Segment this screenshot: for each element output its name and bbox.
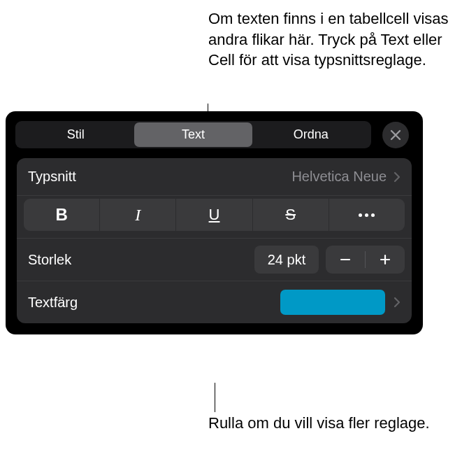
tab-bar: Stil Text Ordna	[10, 115, 419, 154]
font-label: Typsnitt	[28, 169, 76, 185]
tab-stil[interactable]: Stil	[17, 122, 134, 147]
chevron-right-icon	[394, 297, 401, 308]
bold-icon: B	[55, 205, 67, 225]
plus-icon	[379, 253, 391, 266]
callout-leader-line-bottom	[215, 383, 215, 412]
strikethrough-icon: S	[285, 206, 296, 224]
text-controls-panel: Typsnitt Helvetica Neue B I U S	[17, 158, 412, 323]
size-label: Storlek	[28, 252, 71, 268]
italic-icon: I	[135, 206, 140, 225]
chevron-right-icon	[394, 171, 401, 183]
text-color-row[interactable]: Textfärg	[17, 281, 412, 323]
bold-button[interactable]: B	[24, 199, 100, 231]
text-style-row: B I U S	[17, 196, 412, 239]
text-color-label: Textfärg	[28, 295, 78, 311]
size-increase-button[interactable]	[366, 246, 405, 274]
size-decrease-button[interactable]	[326, 246, 365, 274]
italic-button[interactable]: I	[100, 199, 176, 231]
format-panel: Stil Text Ordna Typsnitt Helvetica Neue …	[6, 111, 423, 334]
callout-bottom-text: Rulla om du vill visa fler reglage.	[208, 413, 432, 434]
text-color-swatch[interactable]	[280, 290, 385, 315]
more-icon	[359, 213, 375, 217]
callout-top-text: Om texten finns i en tabellcell visas an…	[208, 8, 460, 71]
close-button[interactable]	[382, 122, 409, 148]
close-icon	[390, 129, 401, 141]
strikethrough-button[interactable]: S	[253, 199, 329, 231]
size-input[interactable]	[254, 246, 319, 274]
underline-button[interactable]: U	[176, 199, 252, 231]
more-options-button[interactable]	[329, 199, 405, 231]
tab-text[interactable]: Text	[134, 122, 252, 147]
font-row[interactable]: Typsnitt Helvetica Neue	[17, 158, 412, 196]
size-row: Storlek	[17, 239, 412, 281]
underline-icon: U	[209, 206, 220, 224]
tab-segmented-control: Stil Text Ordna	[15, 121, 371, 148]
size-stepper	[326, 246, 405, 274]
font-value: Helvetica Neue	[291, 169, 387, 185]
tab-ordna[interactable]: Ordna	[252, 122, 370, 147]
minus-icon	[339, 253, 352, 266]
